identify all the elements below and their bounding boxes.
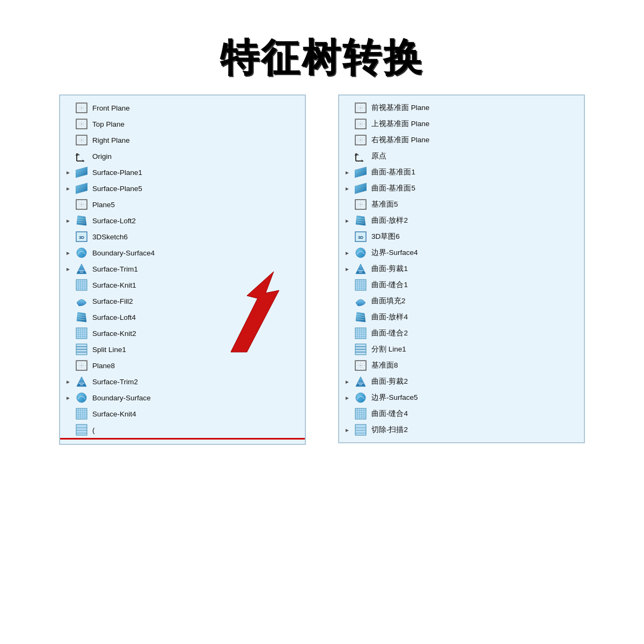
list-item[interactable]: Plane8 <box>60 357 305 374</box>
expand-arrow-icon <box>65 298 73 304</box>
title-area: 特征树转换 <box>0 0 644 94</box>
list-item[interactable]: Surface-Loft4 <box>60 309 305 325</box>
list-item[interactable]: Plane5 <box>60 196 305 213</box>
list-item[interactable]: 上视基准面 Plane <box>339 116 584 132</box>
split-icon <box>353 343 368 356</box>
feature-label: Top Plane <box>92 120 125 128</box>
list-item[interactable]: Front Plane <box>60 100 305 116</box>
expand-arrow-icon[interactable]: ► <box>345 186 352 192</box>
3d-icon: 3D <box>74 230 89 243</box>
list-item[interactable]: 右视基准面 Plane <box>339 132 584 148</box>
svg-rect-50 <box>76 328 87 339</box>
list-item[interactable]: ► Surface-Trim2 <box>60 374 305 390</box>
list-item[interactable]: ( <box>60 422 305 440</box>
boundary-icon <box>74 246 89 259</box>
list-item[interactable]: ► Surface-Plane5 <box>60 180 305 196</box>
list-item[interactable]: 曲面-缝合4 <box>339 406 584 422</box>
expand-arrow-icon[interactable]: ► <box>65 250 73 256</box>
expand-arrow-icon[interactable]: ► <box>345 427 352 433</box>
list-item[interactable]: ► 曲面-基准面5 <box>339 180 584 196</box>
list-item[interactable]: Top Plane <box>60 116 305 132</box>
expand-arrow-icon <box>65 282 73 288</box>
feature-label: 边界-Surface4 <box>371 248 418 258</box>
feature-label: Surface-Knit1 <box>92 281 136 289</box>
expand-arrow-icon <box>345 331 352 336</box>
expand-arrow-icon <box>345 234 352 240</box>
trim-icon <box>353 262 368 275</box>
knit-icon <box>353 407 368 420</box>
split-icon <box>74 343 89 356</box>
expand-arrow-icon[interactable]: ► <box>345 266 352 272</box>
feature-label: Surface-Plane5 <box>92 185 142 193</box>
list-item[interactable]: ► 切除-扫描2 <box>339 422 584 438</box>
list-item[interactable]: ► 曲面-剪裁2 <box>339 374 584 390</box>
list-item[interactable]: ► Surface-Loft2 <box>60 213 305 229</box>
list-item[interactable]: ► Boundary-Surface <box>60 390 305 406</box>
knit-icon <box>353 279 368 291</box>
list-item[interactable]: ► Boundary-Surface4 <box>60 245 305 261</box>
feature-label: 曲面-基准面5 <box>371 184 415 193</box>
feature-label: Surface-Trim2 <box>92 378 138 386</box>
trim-icon <box>74 375 89 388</box>
expand-arrow-icon[interactable]: ► <box>65 395 73 401</box>
expand-arrow-icon[interactable]: ► <box>65 170 73 175</box>
list-item[interactable]: 基准面8 <box>339 357 584 374</box>
feature-label: Front Plane <box>92 104 130 112</box>
expand-arrow-icon[interactable]: ► <box>65 186 73 192</box>
feature-label: Plane5 <box>92 201 115 209</box>
feature-label: 原点 <box>371 151 386 161</box>
feature-label: Right Plane <box>92 136 130 144</box>
expand-arrow-icon <box>65 331 73 336</box>
list-item[interactable]: ► 边界-Surface5 <box>339 390 584 406</box>
expand-arrow-icon <box>65 234 73 240</box>
list-item[interactable]: ► 曲面-剪裁1 <box>339 261 584 277</box>
feature-label: 基准面8 <box>371 361 398 370</box>
feature-label: Surface-Loft2 <box>92 217 136 225</box>
list-item[interactable]: 3D 3DSketch6 <box>60 229 305 245</box>
list-item[interactable]: 曲面-缝合2 <box>339 325 584 341</box>
svg-marker-20 <box>76 167 87 178</box>
feature-label: 分割 Line1 <box>371 345 406 354</box>
cut-icon <box>353 423 368 436</box>
list-item[interactable]: ► 边界-Surface4 <box>339 245 584 261</box>
list-item[interactable]: 曲面-放样4 <box>339 309 584 325</box>
expand-arrow-icon[interactable]: ► <box>65 379 73 385</box>
list-item[interactable]: 原点 <box>339 148 584 164</box>
expand-arrow-icon[interactable]: ► <box>345 395 352 401</box>
list-item[interactable]: Surface-Knit2 <box>60 325 305 341</box>
feature-label: Surface-Fill2 <box>92 297 133 305</box>
plane-icon <box>74 134 89 147</box>
expand-arrow-icon[interactable]: ► <box>345 218 352 224</box>
list-item[interactable]: ► 曲面-放样2 <box>339 213 584 229</box>
list-item[interactable]: 曲面填充2 <box>339 293 584 309</box>
list-item[interactable]: 曲面-缝合1 <box>339 277 584 293</box>
list-item[interactable]: 3D 3D草图6 <box>339 229 584 245</box>
expand-arrow-icon <box>345 153 352 159</box>
list-item[interactable]: Surface-Fill2 <box>60 293 305 309</box>
list-item[interactable]: Right Plane <box>60 132 305 148</box>
list-item[interactable]: 基准面5 <box>339 196 584 213</box>
expand-arrow-icon[interactable]: ► <box>345 170 352 175</box>
list-item[interactable]: 分割 Line1 <box>339 341 584 357</box>
list-item[interactable]: Split Line1 <box>60 341 305 357</box>
expand-arrow-icon[interactable]: ► <box>65 266 73 272</box>
list-item[interactable]: ► Surface-Plane1 <box>60 164 305 180</box>
origin-icon <box>74 150 89 163</box>
feature-label: 边界-Surface5 <box>371 393 418 402</box>
list-item[interactable]: ► Surface-Trim1 <box>60 261 305 277</box>
list-item[interactable]: 前视基准面 Plane <box>339 100 584 116</box>
3d-icon: 3D <box>353 230 368 243</box>
plane-icon <box>74 198 89 211</box>
feature-label: 前视基准面 Plane <box>371 103 429 113</box>
expand-arrow-icon <box>345 363 352 369</box>
plane-icon <box>353 198 368 211</box>
expand-arrow-icon[interactable]: ► <box>345 250 352 256</box>
list-item[interactable]: Origin <box>60 148 305 164</box>
list-item[interactable]: ► 曲面-基准面1 <box>339 164 584 180</box>
svg-marker-106 <box>355 167 367 178</box>
plane-icon <box>353 101 368 114</box>
list-item[interactable]: Surface-Knit1 <box>60 277 305 293</box>
list-item[interactable]: Surface-Knit4 <box>60 406 305 422</box>
expand-arrow-icon[interactable]: ► <box>65 218 73 224</box>
expand-arrow-icon[interactable]: ► <box>345 379 352 385</box>
